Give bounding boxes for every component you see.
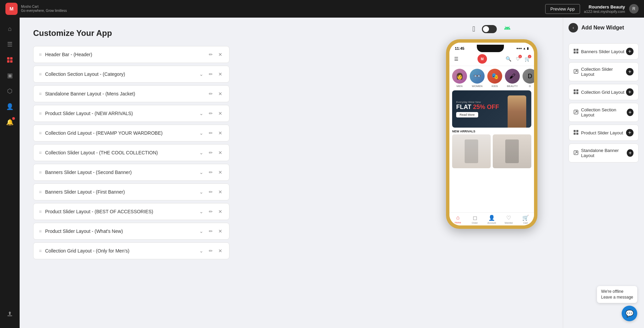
- widget-item[interactable]: ≡ Banners Slider Layout - (First Banner)…: [33, 183, 229, 200]
- phone-wishlist-icon[interactable]: ♡ 0: [514, 56, 521, 62]
- widget-item[interactable]: ≡ Collection Grid Layout - (Only for Men…: [33, 242, 229, 259]
- edit-button[interactable]: ✏: [207, 228, 214, 235]
- category-women[interactable]: 👓 WOMEN: [470, 69, 485, 88]
- widget-item[interactable]: ≡ Product Slider Layout - (What's New) ⌄…: [33, 223, 229, 240]
- add-widget-name: Product Slider Layout: [581, 130, 623, 135]
- drag-handle-icon[interactable]: ≡: [39, 248, 42, 254]
- add-widget-item[interactable]: Banners Slider Layout +: [569, 43, 639, 60]
- sidebar-item-home[interactable]: ⌂: [3, 22, 17, 36]
- widget-item[interactable]: ≡ Product Slider Layout - (BEST OF ACCES…: [33, 203, 229, 220]
- category-more[interactable]: D D: [523, 69, 534, 88]
- user-avatar[interactable]: R: [629, 4, 639, 14]
- expand-button[interactable]: ⌄: [198, 189, 205, 195]
- expand-button[interactable]: ⌄: [198, 247, 205, 254]
- phone-cart-icon[interactable]: 🛒 0: [524, 56, 531, 62]
- bottom-nav-order[interactable]: ◻ Order: [466, 215, 483, 224]
- delete-button[interactable]: ✕: [217, 149, 224, 156]
- widget-item[interactable]: ≡ Product Slider Layout - (NEW ARRIVALS)…: [33, 105, 229, 122]
- edit-button[interactable]: ✏: [207, 247, 214, 254]
- widget-item[interactable]: ≡ Header Bar - (Header) ✏ ✕: [33, 46, 229, 63]
- expand-button[interactable]: ⌄: [198, 228, 205, 235]
- product-card-2[interactable]: [493, 134, 531, 168]
- add-widget-item[interactable]: Collection Grid Layout +: [569, 84, 639, 100]
- edit-button[interactable]: ✏: [207, 90, 214, 97]
- edit-button[interactable]: ✏: [207, 169, 214, 176]
- sidebar-item-grid[interactable]: [3, 53, 17, 67]
- delete-button[interactable]: ✕: [217, 247, 224, 254]
- preview-app-button[interactable]: Preview App: [545, 4, 580, 14]
- widget-item[interactable]: ≡ Standalone Banner Layout - (Mens Jacke…: [33, 85, 229, 102]
- edit-button[interactable]: ✏: [207, 110, 214, 117]
- edit-button[interactable]: ✏: [207, 130, 214, 136]
- delete-button[interactable]: ✕: [217, 130, 224, 136]
- category-men[interactable]: 👩 MEN: [452, 69, 467, 88]
- add-widget-button[interactable]: +: [626, 48, 634, 55]
- delete-button[interactable]: ✕: [217, 90, 224, 97]
- bottom-nav-cart[interactable]: 🛒 Cart: [517, 215, 534, 224]
- delete-button[interactable]: ✕: [217, 228, 224, 235]
- delete-button[interactable]: ✕: [217, 169, 224, 176]
- chat-open-button[interactable]: 💬: [622, 306, 637, 321]
- drag-handle-icon[interactable]: ≡: [39, 111, 42, 116]
- drag-handle-icon[interactable]: ≡: [39, 52, 42, 57]
- bottom-nav-account[interactable]: 👤 Account: [483, 215, 500, 224]
- delete-button[interactable]: ✕: [217, 189, 224, 195]
- add-widget-item[interactable]: Collection Slider Layout +: [569, 62, 639, 81]
- bottom-nav-wishlist[interactable]: ♡ Wishlist: [500, 215, 517, 224]
- add-widget-item[interactable]: Collection Section Layout +: [569, 103, 639, 122]
- widget-item[interactable]: ≡ Collection Slider Layout - (THE COOL C…: [33, 144, 229, 161]
- edit-button[interactable]: ✏: [207, 189, 214, 195]
- add-widget-button[interactable]: +: [626, 68, 634, 75]
- expand-button[interactable]: ⌄: [198, 71, 205, 78]
- cat-label-men: MEN: [457, 85, 463, 88]
- sidebar-item-document[interactable]: ▣: [3, 68, 17, 83]
- delete-button[interactable]: ✕: [217, 51, 224, 58]
- sidebar-item-users[interactable]: 👤: [3, 100, 17, 114]
- add-widget-item[interactable]: Product Slider Layout +: [569, 125, 639, 141]
- os-toggle-switch[interactable]: [482, 25, 497, 33]
- widget-item[interactable]: ≡ Collection Section Layout - (Category)…: [33, 66, 229, 83]
- edit-button[interactable]: ✏: [207, 208, 214, 215]
- panel-toggle-button[interactable]: ‹: [569, 23, 578, 32]
- drag-handle-icon[interactable]: ≡: [39, 130, 42, 136]
- add-widget-button[interactable]: +: [626, 129, 634, 136]
- edit-button[interactable]: ✏: [207, 71, 214, 78]
- sidebar-item-export[interactable]: [3, 307, 17, 321]
- sidebar-item-menu[interactable]: ☰: [3, 37, 17, 51]
- drag-handle-icon[interactable]: ≡: [39, 170, 42, 175]
- drag-handle-icon[interactable]: ≡: [39, 189, 42, 195]
- drag-handle-icon[interactable]: ≡: [39, 209, 42, 214]
- delete-button[interactable]: ✕: [217, 71, 224, 78]
- expand-button[interactable]: ⌄: [198, 149, 205, 156]
- delete-button[interactable]: ✕: [217, 110, 224, 117]
- category-beauty[interactable]: 🖌 BEAUTY: [505, 69, 520, 88]
- edit-button[interactable]: ✏: [207, 51, 214, 58]
- drag-handle-icon[interactable]: ≡: [39, 150, 42, 155]
- add-widget-item[interactable]: Standalone Banner Layout +: [569, 144, 639, 162]
- product-card-1[interactable]: [452, 134, 491, 168]
- delete-button[interactable]: ✕: [217, 208, 224, 215]
- sidebar-item-bell[interactable]: 🔔: [3, 115, 17, 129]
- drag-handle-icon[interactable]: ≡: [39, 71, 42, 77]
- bottom-nav-home[interactable]: ⌂ Home: [449, 215, 466, 224]
- drag-handle-icon[interactable]: ≡: [39, 91, 42, 96]
- expand-button[interactable]: ⌄: [198, 208, 205, 215]
- phone-search-icon[interactable]: 🔍: [505, 56, 512, 62]
- sidebar-item-tag[interactable]: ⬡: [3, 84, 17, 98]
- banner-read-more-button[interactable]: Read More: [456, 112, 478, 117]
- add-widget-button[interactable]: +: [627, 149, 634, 157]
- android-icon[interactable]: [504, 24, 511, 34]
- apple-icon[interactable]: : [472, 25, 475, 34]
- widget-item[interactable]: ≡ Collection Grid Layout - (REVAMP YOUR …: [33, 125, 229, 141]
- add-widget-button[interactable]: +: [626, 88, 634, 96]
- expand-button[interactable]: ⌄: [198, 130, 205, 136]
- widget-item[interactable]: ≡ Banners Slider Layout - (Second Banner…: [33, 164, 229, 181]
- phone-frame: 11:45 ●●● ▲ ▮ ☰ M 🔍 ♡: [446, 39, 537, 229]
- add-widget-button[interactable]: +: [627, 109, 634, 116]
- edit-button[interactable]: ✏: [207, 149, 214, 156]
- category-kids[interactable]: 🎭 KIDS: [487, 69, 502, 88]
- expand-button[interactable]: ⌄: [198, 169, 205, 176]
- expand-button[interactable]: ⌄: [198, 110, 205, 117]
- phone-menu-icon[interactable]: ☰: [453, 56, 460, 62]
- drag-handle-icon[interactable]: ≡: [39, 228, 42, 234]
